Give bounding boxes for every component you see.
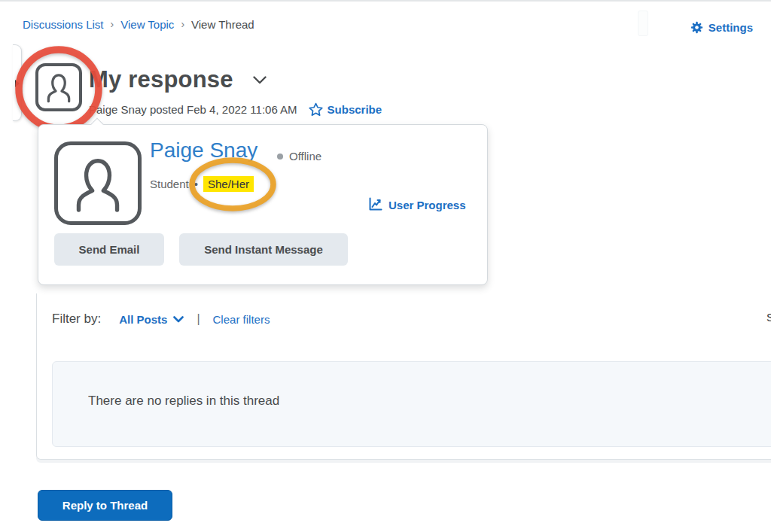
role-pronouns-row: Student • She/Her [150, 176, 254, 192]
star-outline-icon [309, 102, 323, 117]
role-separator: • [194, 178, 198, 190]
send-instant-message-button[interactable]: Send Instant Message [179, 233, 348, 266]
thread-byline: Paige Snay posted Feb 4, 2022 11:06 AM [89, 103, 297, 116]
send-email-button[interactable]: Send Email [54, 233, 164, 266]
filter-divider: | [197, 312, 200, 326]
empty-thread-box: There are no replies in this thread [52, 361, 771, 447]
breadcrumb-discussions-list[interactable]: Discussions List [23, 18, 104, 31]
pronouns-highlighted: She/Her [203, 176, 254, 192]
breadcrumb-separator-icon: › [111, 18, 114, 30]
settings-label: Settings [709, 21, 753, 34]
expand-panel-handle[interactable] [13, 44, 22, 121]
breadcrumb: Discussions List › View Topic › View Thr… [23, 18, 254, 31]
status-dot-icon [277, 154, 283, 160]
subscribe-label: Subscribe [328, 103, 382, 116]
line-chart-icon [367, 197, 382, 212]
thread-title: My response [89, 66, 233, 93]
thread-author-avatar[interactable] [35, 63, 82, 111]
breadcrumb-separator-icon: › [181, 18, 184, 30]
breadcrumb-view-thread: View Thread [191, 18, 254, 31]
user-progress-label: User Progress [389, 199, 466, 211]
status-label: Offline [289, 150, 322, 163]
user-profile-card: Paige Snay Offline Student • She/Her Use… [38, 124, 488, 285]
online-status: Offline [277, 150, 322, 163]
thread-actions-chevron-down-icon[interactable] [253, 76, 267, 84]
page-edge-artifact [638, 11, 648, 36]
breadcrumb-view-topic[interactable]: View Topic [120, 18, 174, 31]
settings-button[interactable]: Settings [690, 21, 753, 34]
card-pointer-notch [91, 118, 104, 131]
replies-section: Filter by: All Posts | Clear filters S T… [36, 293, 771, 460]
gear-icon [690, 21, 703, 34]
person-icon [65, 151, 131, 216]
user-progress-link[interactable]: User Progress [367, 197, 466, 212]
filter-selected-value: All Posts [119, 313, 167, 326]
chevron-down-icon [173, 316, 184, 323]
clear-filters-link[interactable]: Clear filters [213, 313, 270, 326]
sort-label-cutoff: S [766, 311, 771, 324]
profile-avatar [54, 141, 142, 225]
filter-posts-dropdown[interactable]: All Posts [119, 313, 184, 326]
empty-thread-message: There are no replies in this thread [88, 394, 279, 409]
discussion-thread-page: Discussions List › View Topic › View Thr… [0, 0, 771, 532]
profile-name-link[interactable]: Paige Snay [150, 138, 258, 163]
role-label: Student [150, 178, 189, 190]
person-icon [41, 69, 76, 105]
subscribe-button[interactable]: Subscribe [309, 102, 382, 117]
filter-by-label: Filter by: [52, 312, 101, 327]
right-triangle-icon [15, 80, 20, 87]
reply-to-thread-button[interactable]: Reply to Thread [38, 490, 172, 521]
